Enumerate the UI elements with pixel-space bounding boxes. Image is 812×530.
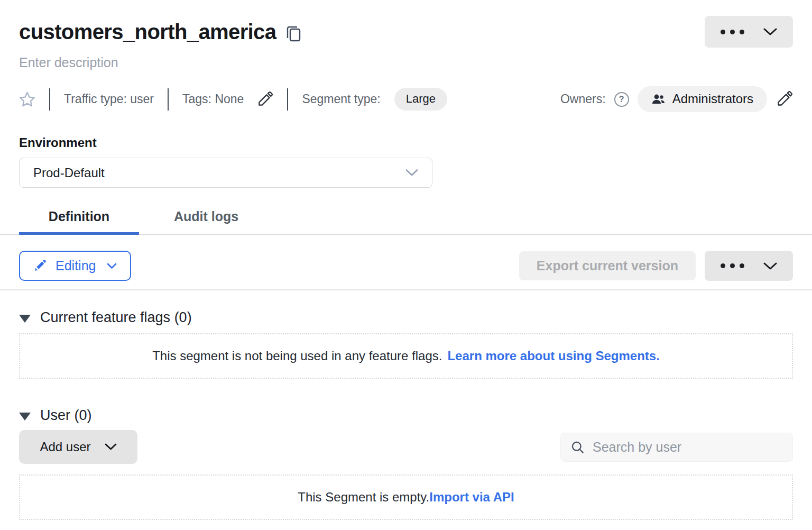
segment-type-label: Segment type: [302,92,380,106]
definition-toolbar: Editing Export current version [19,251,793,281]
learn-more-link[interactable]: Learn more about using Segments. [447,349,659,363]
meta-row: Traffic type: user Tags: None Segment ty… [19,86,793,112]
divider [49,88,50,111]
tags-item: Tags: None [182,91,273,108]
people-icon [651,93,666,105]
owners-badge[interactable]: Administrators [638,86,767,112]
user-search-box [560,433,793,462]
editing-label: Editing [56,258,96,273]
owners-value: Administrators [672,92,753,106]
chevron-down-icon [763,262,777,270]
editing-mode-button[interactable]: Editing [19,251,131,281]
add-user-label: Add user [40,440,90,454]
user-empty-state: This Segment is empty. Import via API [19,474,793,520]
chevron-down-icon [763,28,777,36]
pencil-filled-icon [33,259,47,272]
environment-select[interactable]: Prod-Default [19,158,432,188]
user-empty-text: This Segment is empty. [298,490,429,505]
environment-selected-value: Prod-Default [33,166,105,180]
import-via-api-link[interactable]: Import via API [429,490,514,505]
description-field[interactable]: Enter description [19,55,793,70]
tab-definition[interactable]: Definition [19,204,139,234]
star-outline-icon[interactable] [19,92,35,107]
segment-detail-page: customers_north_america Enter descriptio… [0,0,812,530]
feature-flags-section-header[interactable]: Current feature flags (0) [19,309,793,326]
user-section-title: User (0) [40,407,92,424]
user-search-input[interactable] [592,439,783,455]
owners-group: Owners: ? Administrators [560,86,793,112]
traffic-type-label: Traffic type: user [64,92,154,106]
collapse-caret-icon [19,413,31,421]
feature-flags-section-title: Current feature flags (0) [40,309,192,326]
chevron-down-icon [105,443,117,451]
environment-block: Environment Prod-Default [19,135,793,188]
add-user-button[interactable]: Add user [19,430,137,464]
pencil-icon[interactable] [256,91,273,108]
header-more-menu-button[interactable] [705,16,793,48]
divider [168,88,169,111]
environment-label: Environment [19,135,793,150]
copy-icon[interactable] [287,25,301,42]
export-current-version-button[interactable]: Export current version [519,251,696,280]
toolbar-more-menu-button[interactable] [705,251,793,281]
chevron-down-icon [107,263,117,269]
tab-bar: Definition Audit logs [0,204,812,235]
chevron-down-icon [405,169,418,177]
tab-audit-logs[interactable]: Audit logs [169,204,243,234]
page-title: customers_north_america [19,20,276,44]
ellipsis-icon [721,263,744,268]
feature-flags-empty-text: This segment is not being used in any fe… [152,349,442,363]
segment-type-badge: Large [394,88,447,111]
feature-flags-empty-state: This segment is not being used in any fe… [19,333,793,379]
pencil-icon[interactable] [776,90,793,108]
question-circle-icon[interactable]: ? [614,92,629,107]
title-row: customers_north_america [19,0,793,48]
divider [287,88,288,111]
user-section-header[interactable]: User (0) [19,407,793,424]
search-icon [570,440,585,454]
user-controls-row: Add user [19,430,793,464]
collapse-caret-icon [19,315,31,323]
owners-label: Owners: [560,92,606,106]
segment-type-item: Segment type: Large [302,88,447,111]
tags-label: Tags: None [182,92,244,106]
ellipsis-icon [721,30,744,34]
divider [0,289,812,290]
